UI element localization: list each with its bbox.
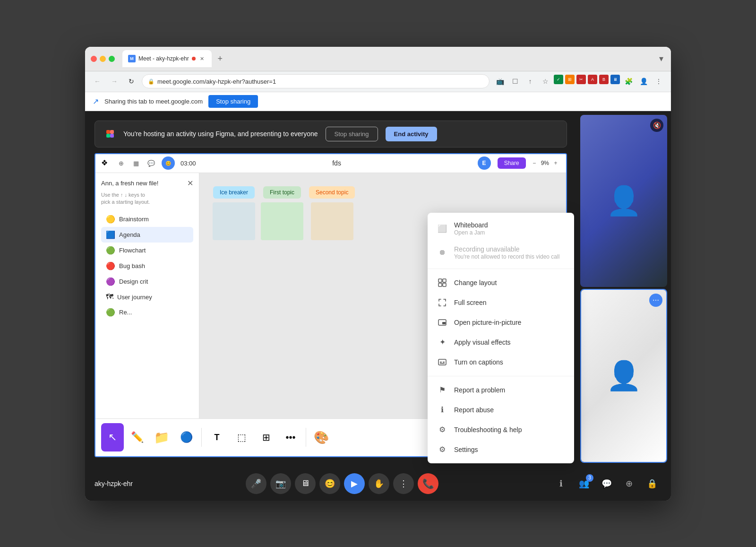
- share-icon[interactable]: ↑: [524, 75, 537, 88]
- sidebar-item-brainstorm[interactable]: 🟡 Brainstorm: [101, 211, 193, 227]
- save-to-reading-icon[interactable]: ☐: [508, 75, 522, 88]
- menu-report-abuse[interactable]: ℹ Report abuse: [428, 400, 574, 420]
- end-call-button[interactable]: 📞: [418, 473, 438, 494]
- cast-icon[interactable]: 📺: [493, 75, 507, 88]
- menu-settings[interactable]: ⚙ Settings: [428, 440, 574, 460]
- toolbar-table[interactable]: ⊞: [255, 423, 277, 451]
- active-tab[interactable]: M Meet - aky-hzpk-ehr ✕: [122, 50, 212, 67]
- sidebar-item-label: Re...: [119, 309, 132, 316]
- svg-rect-2: [106, 134, 110, 138]
- extension-3[interactable]: ✂: [576, 75, 586, 84]
- menu-whiteboard[interactable]: ⬜ Whiteboard Open a Jam: [428, 217, 574, 241]
- more-options-button[interactable]: ⋯: [649, 294, 662, 307]
- sidebar-item-re[interactable]: 🟢 Re...: [101, 304, 193, 320]
- sidebar-item-flowchart[interactable]: 🟢 Flowchart: [101, 243, 193, 258]
- url-bar[interactable]: 🔒 meet.google.com/aky-hzpk-ehr?authuser=…: [142, 74, 490, 88]
- back-button[interactable]: ←: [91, 75, 104, 88]
- menu-fullscreen[interactable]: Full screen: [428, 293, 574, 313]
- bookmark-icon[interactable]: ☆: [539, 75, 552, 88]
- toolbar-separator-1: [201, 428, 202, 447]
- refresh-button[interactable]: ↻: [125, 75, 138, 88]
- toolbar-pencil[interactable]: ✏️: [126, 423, 148, 451]
- menu-troubleshooting[interactable]: ⚙ Troubleshooting & help: [428, 420, 574, 440]
- banner-stop-sharing-button[interactable]: Stop sharing: [208, 95, 258, 108]
- sidebar-item-agenda[interactable]: 🟦 Agenda: [101, 227, 193, 243]
- tool-cursor[interactable]: ⊕: [114, 156, 128, 170]
- toolbar-cursor[interactable]: ↖: [101, 423, 124, 451]
- people-button[interactable]: 👥 3: [575, 474, 593, 493]
- sidebar-item-label: Flowchart: [119, 247, 146, 254]
- info-button[interactable]: ℹ: [552, 474, 571, 493]
- menu-report-problem[interactable]: ⚑ Report a problem: [428, 380, 574, 400]
- controls-right: ℹ 👥 3 💬 ⊕ 🔒: [552, 474, 662, 493]
- figma-topbar: ❖ ⊕ ▦ 💬 😊 03:00 fds E Share: [95, 154, 566, 173]
- maximize-button[interactable]: [109, 56, 115, 62]
- settings-icon: ⚙: [437, 444, 447, 455]
- more-options-ctrl-button[interactable]: ⋮: [393, 473, 414, 494]
- tool-chat[interactable]: 💬: [145, 156, 158, 170]
- tab-title: Meet - aky-hzpk-ehr: [138, 55, 189, 62]
- video-tile-2: 👤 ⋯: [580, 289, 667, 463]
- extension-1[interactable]: ✓: [554, 75, 563, 84]
- fullscreen-icon: [437, 297, 447, 308]
- svg-rect-6: [443, 279, 446, 282]
- extension-2[interactable]: ⊞: [565, 75, 575, 84]
- people-badge: 3: [586, 474, 593, 482]
- toolbar-stickers[interactable]: 🎨: [310, 423, 333, 451]
- profile-avatar[interactable]: 👤: [637, 75, 650, 88]
- close-button[interactable]: [91, 56, 97, 62]
- menu-pip[interactable]: Open picture-in-picture: [428, 313, 574, 332]
- traffic-lights: [91, 56, 115, 62]
- menu-visual-effects[interactable]: ✦ Apply visual effects: [428, 332, 574, 352]
- report-problem-icon: ⚑: [437, 385, 447, 395]
- present-button[interactable]: 🖥: [295, 473, 316, 494]
- figma-share-button[interactable]: Share: [498, 157, 526, 169]
- toolbar-text[interactable]: T: [206, 423, 228, 451]
- toolbar-shapes[interactable]: 🔵: [175, 423, 198, 451]
- toolbar-folder[interactable]: 📁: [150, 423, 173, 451]
- tab-close-button[interactable]: ✕: [198, 55, 206, 62]
- stop-sharing-button[interactable]: Stop sharing: [326, 127, 378, 141]
- meet-main: You're hosting an activity using Figma, …: [85, 111, 671, 467]
- minimize-button[interactable]: [100, 56, 106, 62]
- sharing-icon: ↗: [93, 97, 99, 106]
- visual-effects-icon: ✦: [437, 337, 447, 347]
- activities-button[interactable]: ▶: [344, 473, 365, 494]
- new-tab-button[interactable]: +: [214, 52, 227, 65]
- chat-button[interactable]: 💬: [597, 474, 616, 493]
- menu-change-layout[interactable]: Change layout: [428, 273, 574, 293]
- extension-4[interactable]: A: [588, 75, 597, 84]
- user-e-avatar: E: [478, 156, 491, 170]
- extension-6[interactable]: 🖥: [610, 75, 620, 84]
- figma-logo: [104, 128, 116, 139]
- sidebar-close-button[interactable]: ✕: [187, 179, 193, 188]
- menu-section-1: ⬜ Whiteboard Open a Jam ⏺ Recording unav…: [428, 213, 574, 269]
- forward-button[interactable]: →: [108, 75, 121, 88]
- hand-button[interactable]: ✋: [369, 473, 389, 494]
- extension-5[interactable]: B: [599, 75, 609, 84]
- camera-button[interactable]: 📷: [270, 473, 291, 494]
- toolbar-more[interactable]: •••: [279, 423, 302, 451]
- title-bar: M Meet - aky-hzpk-ehr ✕ + ▾: [85, 47, 671, 71]
- figma-title: fds: [200, 159, 474, 167]
- chrome-menu[interactable]: ⋮: [652, 75, 665, 88]
- toolbar-frame[interactable]: ⬚: [230, 423, 253, 451]
- activities-right-button[interactable]: ⊕: [620, 474, 639, 493]
- emoji-button[interactable]: 😊: [319, 473, 340, 494]
- tool-layout[interactable]: ▦: [129, 156, 143, 170]
- zoom-in-button[interactable]: +: [551, 158, 560, 168]
- zoom-out-button[interactable]: −: [530, 158, 539, 168]
- tab-menu-button[interactable]: ▾: [657, 52, 665, 66]
- lock-button[interactable]: 🔒: [643, 474, 662, 493]
- sidebar-item-designcrit[interactable]: 🟣 Design crit: [101, 274, 193, 289]
- sidebar-item-label: Bug bash: [119, 262, 145, 269]
- sidebar-item-label: Design crit: [119, 278, 148, 285]
- extensions-icon[interactable]: 🧩: [622, 75, 635, 88]
- mic-button[interactable]: 🎤: [246, 473, 266, 494]
- sidebar-item-bugbash[interactable]: 🔴 Bug bash: [101, 258, 193, 274]
- menu-captions[interactable]: Turn on captions: [428, 352, 574, 372]
- menu-section-3: ⚑ Report a problem ℹ Report abuse ⚙ Trou…: [428, 376, 574, 463]
- sidebar-item-userjourney[interactable]: 🗺 User journey: [101, 289, 193, 304]
- whiteboard-icon: ⬜: [437, 223, 447, 234]
- end-activity-button[interactable]: End activity: [386, 127, 437, 141]
